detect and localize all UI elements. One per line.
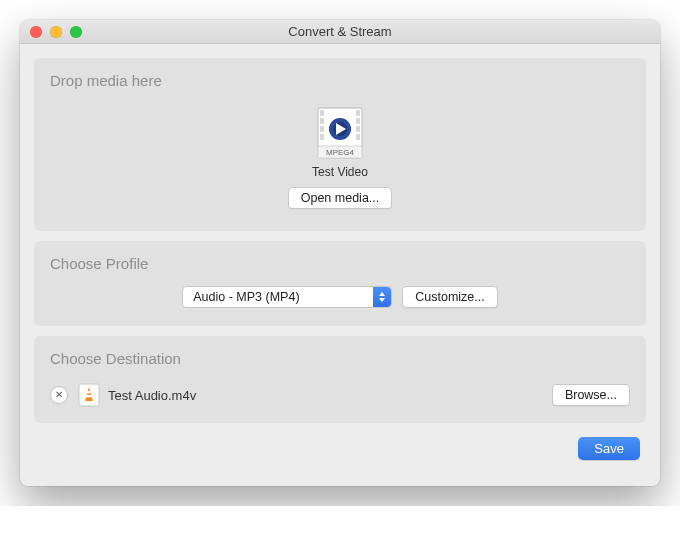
destination-file: Test Audio.m4v [78,383,542,407]
content-area: Drop media here MPEG4 [20,44,660,486]
drop-media-panel: Drop media here MPEG4 [34,58,646,231]
profile-select-wrap: Audio - MP3 (MP4) [182,286,392,308]
svg-rect-6 [356,118,360,124]
media-file-name: Test Video [312,165,368,179]
svg-rect-1 [320,110,324,116]
choose-destination-heading: Choose Destination [50,350,630,367]
window-title: Convert & Stream [20,24,660,39]
svg-rect-2 [320,118,324,124]
destination-row: ✕ Test Audio.m4v Browse... [50,377,630,407]
svg-rect-5 [356,110,360,116]
save-button[interactable]: Save [578,437,640,460]
clear-destination-button[interactable]: ✕ [50,386,68,404]
svg-rect-8 [356,134,360,140]
drop-target[interactable]: MPEG4 Test Video Open media... [50,99,630,215]
open-media-button[interactable]: Open media... [288,187,393,209]
customize-button[interactable]: Customize... [402,286,497,308]
choose-destination-panel: Choose Destination ✕ Test Audio.m4v Brow… [34,336,646,423]
destination-file-name: Test Audio.m4v [108,388,196,403]
zoom-icon[interactable] [70,26,82,38]
profile-select[interactable]: Audio - MP3 (MP4) [182,286,392,308]
minimize-icon[interactable] [50,26,62,38]
media-file-thumb: MPEG4 Test Video [312,107,368,179]
vlc-file-icon [78,383,100,407]
file-badge-text: MPEG4 [326,148,355,157]
traffic-lights [20,26,82,38]
svg-rect-14 [86,395,93,397]
svg-rect-13 [87,391,92,393]
convert-stream-window: Convert & Stream Drop media here [20,20,660,486]
svg-rect-7 [356,126,360,132]
close-icon[interactable] [30,26,42,38]
choose-profile-panel: Choose Profile Audio - MP3 (MP4) Customi… [34,241,646,326]
svg-rect-3 [320,126,324,132]
drop-media-heading: Drop media here [50,72,630,89]
x-icon: ✕ [55,390,63,400]
profile-controls: Audio - MP3 (MP4) Customize... [50,282,630,310]
mpeg4-file-icon: MPEG4 [316,107,364,159]
footer: Save [34,433,646,472]
titlebar: Convert & Stream [20,20,660,44]
choose-profile-heading: Choose Profile [50,255,630,272]
browse-button[interactable]: Browse... [552,384,630,406]
svg-rect-4 [320,134,324,140]
